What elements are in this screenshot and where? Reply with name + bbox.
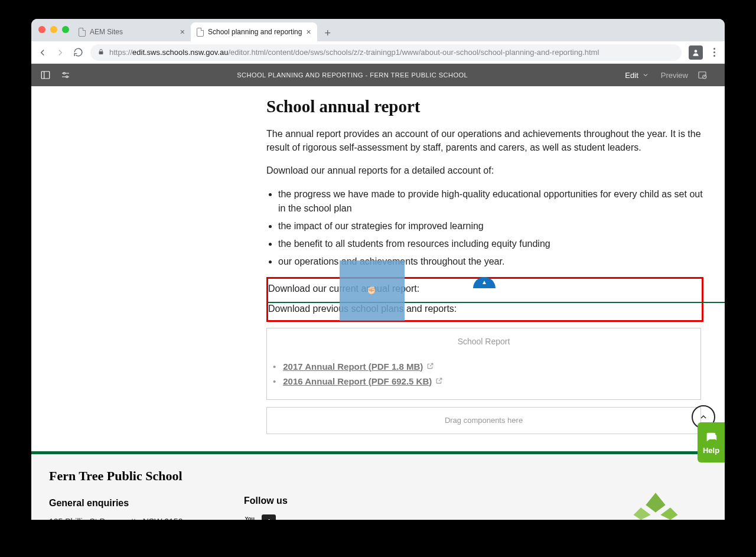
report-list: 2017 Annual Report (PDF 1.8 MB) 2016 Ann…: [273, 361, 695, 386]
browser-menu-button[interactable]: [710, 48, 719, 57]
report-item: 2016 Annual Report (PDF 692.5 KB): [273, 376, 695, 386]
school-report-component[interactable]: School Report 2017 Annual Report (PDF 1.…: [266, 328, 701, 400]
list-item: the benefit to all students from resourc…: [278, 237, 703, 251]
footer-col-follow: Follow us YouTube f: [244, 468, 439, 520]
page-footer: Fern Tree Public School General enquirie…: [31, 454, 725, 520]
url-input[interactable]: https://edit.sws.schools.nsw.gov.au/edit…: [90, 44, 682, 61]
maximize-window-button[interactable]: [62, 26, 69, 33]
page-info-icon[interactable]: [696, 69, 708, 81]
footer-enquiries-head: General enquiries: [49, 498, 244, 509]
footer-school-name: Fern Tree Public School: [49, 468, 244, 484]
main-article: School annual report The annual report p…: [266, 86, 703, 434]
component-label: School Report: [273, 337, 695, 346]
page-title-header: SCHOOL PLANNING AND REPORTING - FERN TRE…: [80, 71, 625, 79]
back-button[interactable]: [37, 47, 48, 58]
lock-icon: [97, 48, 105, 57]
profile-icon[interactable]: [689, 45, 703, 60]
settings-sliders-icon[interactable]: [60, 69, 71, 81]
browser-window: AEM Sites × School planning and reportin…: [31, 19, 725, 520]
youtube-icon[interactable]: YouTube: [244, 514, 258, 520]
tab-title: School planning and reporting: [208, 28, 302, 36]
svg-point-7: [66, 76, 68, 78]
mode-label: Edit: [625, 71, 638, 80]
forward-button[interactable]: [55, 47, 66, 58]
chevron-down-icon: [642, 71, 649, 79]
editor-canvas: ▲ ✊🏻 School annual report The annual rep…: [31, 86, 725, 520]
side-panel-toggle-icon[interactable]: [40, 69, 51, 81]
list-item: the progress we have made to provide hig…: [278, 187, 703, 216]
tab-aem-sites[interactable]: AEM Sites ×: [73, 22, 191, 41]
social-links: YouTube f: [244, 514, 439, 520]
tab-school-planning[interactable]: School planning and reporting ×: [191, 22, 317, 41]
help-tab[interactable]: Help: [698, 422, 725, 462]
download-previous-text: Download previous school plans and repor…: [268, 304, 702, 314]
svg-point-6: [63, 73, 65, 74]
minimize-window-button[interactable]: [50, 26, 57, 33]
url-text: https://edit.sws.schools.nsw.gov.au/edit…: [109, 48, 599, 57]
external-link-icon: [426, 361, 434, 372]
chat-icon: [705, 431, 718, 444]
download-intro: Download our annual reports for a detail…: [266, 164, 703, 177]
preview-button[interactable]: Preview: [661, 71, 688, 80]
footer-col-school: Fern Tree Public School General enquirie…: [49, 468, 244, 520]
svg-point-1: [695, 50, 698, 53]
close-tab-icon[interactable]: ×: [306, 27, 311, 37]
external-link-icon: [435, 376, 443, 386]
svg-rect-0: [99, 51, 103, 54]
facebook-icon[interactable]: f: [262, 514, 276, 520]
article-heading: School annual report: [266, 97, 703, 116]
window-controls: [38, 26, 69, 33]
close-tab-icon[interactable]: ×: [180, 27, 185, 37]
list-item: the impact of our strategies for improve…: [278, 219, 703, 233]
report-link[interactable]: 2017 Annual Report (PDF 1.8 MB): [283, 361, 423, 372]
new-tab-button[interactable]: +: [320, 25, 336, 41]
footer-follow-head: Follow us: [244, 496, 439, 506]
tab-strip: AEM Sites × School planning and reportin…: [31, 19, 725, 41]
grab-cursor-icon: ✊🏻: [367, 286, 376, 295]
aem-toolbar: SCHOOL PLANNING AND REPORTING - FERN TRE…: [31, 64, 725, 86]
page-icon: [197, 28, 204, 37]
report-item: 2017 Annual Report (PDF 1.8 MB): [273, 361, 695, 372]
svg-rect-2: [41, 71, 50, 79]
page-icon: [79, 28, 86, 37]
address-bar: https://edit.sws.schools.nsw.gov.au/edit…: [31, 41, 725, 64]
tab-title: AEM Sites: [90, 28, 123, 36]
footer-address: 105 Phillip St Parramatta NSW 2150: [49, 517, 244, 520]
benefits-list: the progress we have made to provide hig…: [266, 187, 703, 269]
component-dropzone[interactable]: Drag components here: [266, 407, 701, 434]
mode-selector[interactable]: Edit: [625, 71, 649, 80]
intro-paragraph: The annual report provides an account of…: [266, 127, 703, 154]
close-window-button[interactable]: [38, 26, 45, 33]
help-label: Help: [703, 446, 719, 455]
insert-divider: [268, 302, 725, 303]
leaf-logo-icon: [629, 490, 682, 520]
report-link[interactable]: 2016 Annual Report (PDF 692.5 KB): [283, 376, 432, 386]
reload-button[interactable]: [73, 47, 83, 58]
